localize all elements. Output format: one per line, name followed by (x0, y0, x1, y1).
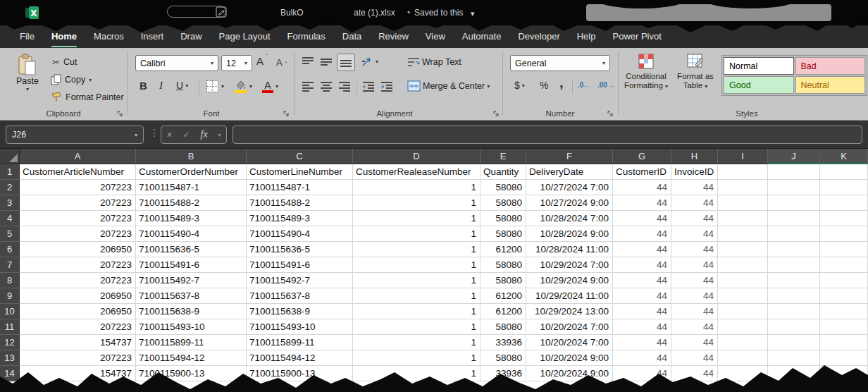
cell-F13[interactable]: 10/20/2024 9:00 (526, 350, 613, 366)
cell-I6[interactable] (718, 242, 768, 257)
cell-A8[interactable]: 207223 (20, 273, 136, 288)
cell-G12[interactable]: 44 (613, 335, 671, 350)
cell-C10[interactable]: 7100115638-9 (247, 304, 353, 319)
cell-C12[interactable]: 7100115899-11 (247, 335, 353, 350)
cut-button[interactable]: ✂ Cut (52, 55, 77, 69)
cell-K14[interactable] (820, 366, 868, 381)
tab-file[interactable]: File (11, 25, 43, 48)
cell-B2[interactable]: 7100115487-1 (136, 180, 247, 195)
cell-I3[interactable] (718, 195, 768, 211)
column-header-J[interactable]: J (768, 149, 820, 164)
cell-H5[interactable]: 44 (671, 226, 718, 242)
cell-H9[interactable]: 44 (671, 288, 718, 304)
number-format-select[interactable]: General▾ (510, 55, 610, 71)
cell-B5[interactable]: 7100115490-4 (136, 226, 247, 242)
row-header-8[interactable]: 8 (0, 273, 20, 288)
cell-F1[interactable]: DeliveryDate (526, 164, 613, 180)
copy-button[interactable]: Copy ▾ (51, 73, 92, 87)
cell-J12[interactable] (768, 335, 820, 350)
paste-button[interactable]: Paste ▾ (10, 54, 45, 111)
select-all-corner[interactable] (0, 149, 20, 164)
row-header-13[interactable]: 13 (0, 350, 20, 366)
cell-D3[interactable]: 1 (353, 195, 480, 211)
cell-B10[interactable]: 7100115638-9 (136, 304, 247, 319)
cell-I7[interactable] (718, 257, 768, 273)
saved-status[interactable]: Saved to this (414, 6, 463, 20)
cell-J6[interactable] (768, 242, 820, 257)
cell-B7[interactable]: 7100115491-6 (136, 257, 247, 273)
column-header-H[interactable]: H (671, 149, 718, 164)
cell-K13[interactable] (820, 350, 868, 366)
align-top-button[interactable] (302, 56, 314, 68)
font-color-button[interactable]: A ▾ (262, 79, 278, 93)
cell-G5[interactable]: 44 (613, 226, 671, 242)
borders-button[interactable]: ▾ (206, 80, 224, 93)
cell-C1[interactable]: CustomerLineNumber (247, 164, 353, 180)
wrap-text-button[interactable]: Wrap Text (407, 56, 461, 68)
cell-F12[interactable]: 10/20/2024 7:00 (526, 335, 613, 350)
cell-F7[interactable]: 10/29/2024 7:00 (526, 257, 613, 273)
cell-E9[interactable]: 61200 (480, 288, 526, 304)
italic-button[interactable]: I (159, 80, 163, 92)
decrease-decimal-button[interactable]: .00→ (597, 81, 614, 89)
orientation-button[interactable]: ▾ (361, 55, 378, 68)
cell-H14[interactable]: 44 (671, 366, 718, 381)
cell-J14[interactable] (768, 366, 820, 381)
cell-K2[interactable] (820, 180, 868, 195)
column-header-D[interactable]: D (353, 149, 480, 164)
cell-I11[interactable] (718, 319, 768, 335)
cell-G2[interactable]: 44 (613, 180, 671, 195)
title-chevron-icon[interactable]: ▾ (471, 7, 475, 21)
percent-style-button[interactable]: % (540, 80, 548, 91)
cell-F4[interactable]: 10/28/2024 7:00 (526, 211, 613, 226)
cell-K4[interactable] (820, 211, 868, 226)
cell-G4[interactable]: 44 (613, 211, 671, 226)
format-painter-button[interactable]: Format Painter (51, 90, 124, 104)
cell-F9[interactable]: 10/29/2024 11:00 (526, 288, 613, 304)
cell-E14[interactable]: 33936 (480, 366, 526, 381)
cell-H4[interactable]: 44 (671, 211, 718, 226)
cell-F8[interactable]: 10/29/2024 9:00 (526, 273, 613, 288)
cell-G1[interactable]: CustomerID (613, 164, 671, 180)
column-header-K[interactable]: K (820, 149, 868, 164)
increase-indent-button[interactable] (380, 80, 393, 92)
cell-H8[interactable]: 44 (671, 273, 718, 288)
row-header-7[interactable]: 7 (0, 257, 20, 273)
cell-F11[interactable]: 10/20/2024 7:00 (526, 319, 613, 335)
cell-K9[interactable] (820, 288, 868, 304)
row-header-11[interactable]: 11 (0, 319, 20, 335)
cell-B12[interactable]: 7100115899-11 (136, 335, 247, 350)
row-header-14[interactable]: 14 (0, 366, 20, 381)
tab-data[interactable]: Data (334, 25, 370, 48)
cell-A2[interactable]: 207223 (20, 180, 136, 195)
cell-K1[interactable] (820, 164, 868, 180)
cell-C5[interactable]: 7100115490-4 (247, 226, 353, 242)
cell-F14[interactable]: 10/20/2024 9:00 (526, 366, 613, 381)
cell-F10[interactable]: 10/29/2024 13:00 (526, 304, 613, 319)
cell-E10[interactable]: 61200 (480, 304, 526, 319)
cell-G13[interactable]: 44 (613, 350, 671, 366)
cell-J3[interactable] (768, 195, 820, 211)
cell-I2[interactable] (718, 180, 768, 195)
document-title-left[interactable]: BulkO (280, 6, 304, 20)
cell-A1[interactable]: CustomerArticleNumber (20, 164, 136, 180)
cell-B4[interactable]: 7100115489-3 (136, 211, 247, 226)
column-header-B[interactable]: B (136, 149, 247, 164)
cell-E12[interactable]: 33936 (480, 335, 526, 350)
document-title-right[interactable]: ate (1).xlsx (354, 6, 395, 20)
cell-D5[interactable]: 1 (353, 226, 480, 242)
formula-bar-drag-handle[interactable]: ⋮ (149, 127, 159, 138)
accounting-format-button[interactable]: $▾ (514, 80, 525, 91)
cell-E8[interactable]: 58080 (480, 273, 526, 288)
cell-K6[interactable] (820, 242, 868, 257)
cell-F6[interactable]: 10/28/2024 11:00 (526, 242, 613, 257)
cell-I5[interactable] (718, 226, 768, 242)
row-header-10[interactable]: 10 (0, 304, 20, 319)
cell-B11[interactable]: 7100115493-10 (136, 319, 247, 335)
conditional-formatting-button[interactable]: Conditional Formatting ▾ (623, 54, 669, 91)
cell-I8[interactable] (718, 273, 768, 288)
cell-F5[interactable]: 10/28/2024 9:00 (526, 226, 613, 242)
cell-A5[interactable]: 207223 (20, 226, 136, 242)
cell-D2[interactable]: 1 (353, 180, 480, 195)
bold-button[interactable]: B (140, 80, 147, 92)
